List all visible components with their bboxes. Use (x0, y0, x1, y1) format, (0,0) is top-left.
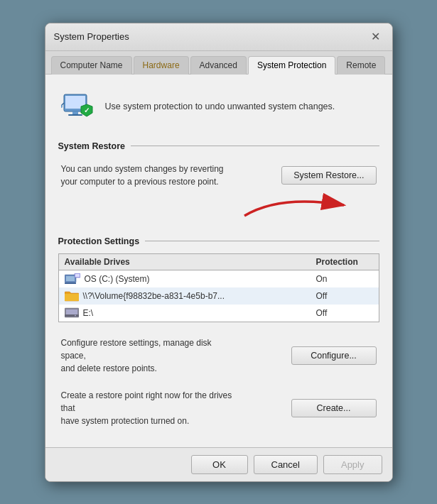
svg-rect-11 (65, 283, 76, 284)
svg-rect-15 (66, 309, 77, 314)
system-restore-title: System Restore (58, 141, 126, 151)
arrow-area (58, 198, 379, 226)
protection-settings-title: Protection Settings (58, 236, 140, 246)
create-button[interactable]: Create... (291, 399, 377, 417)
table-row[interactable]: \\?\Volume{f98832be-a831-4e5b-b7... Off (59, 287, 379, 305)
svg-text:✓: ✓ (84, 106, 90, 114)
protection-cell: Off (316, 308, 373, 318)
system-restore-button[interactable]: System Restore... (281, 166, 376, 185)
svg-point-7 (61, 105, 63, 108)
system-restore-section: System Restore You can undo system chang… (58, 141, 379, 226)
protection-settings-section: Protection Settings Available Drives Pro… (58, 236, 379, 322)
system-protection-icon: ✓ (61, 90, 95, 124)
tab-hardware[interactable]: Hardware (134, 56, 189, 75)
tab-computer-name[interactable]: Computer Name (51, 56, 132, 75)
drive-name-cell: OS (C:) (System) (65, 273, 316, 285)
protection-cell: On (316, 274, 373, 284)
protection-settings-header: Protection Settings (58, 236, 379, 246)
arrow-icon (237, 191, 365, 223)
section-divider (131, 146, 379, 146)
system-restore-header: System Restore (58, 141, 379, 151)
drives-table-header: Available Drives Protection (59, 254, 379, 270)
hdd-system-icon (65, 273, 80, 285)
tab-remote[interactable]: Remote (337, 56, 385, 75)
cancel-button[interactable]: Cancel (254, 455, 318, 474)
tabs-container: Computer Name Hardware Advanced System P… (45, 51, 392, 75)
restore-description: You can undo system changes by reverting… (61, 163, 224, 188)
tab-system-protection[interactable]: System Protection (248, 56, 335, 75)
ok-button[interactable]: OK (191, 455, 248, 474)
tab-advanced[interactable]: Advanced (190, 56, 247, 75)
configure-description: Configure restore settings, manage disk … (61, 336, 239, 375)
dialog-title: System Properties (54, 31, 129, 42)
svg-rect-10 (66, 276, 75, 281)
protection-cell: Off (316, 291, 373, 301)
svg-rect-13 (75, 274, 80, 277)
table-row[interactable]: E:\ Off (59, 305, 379, 322)
configure-row: Configure restore settings, manage disk … (58, 332, 379, 379)
drives-col-header: Available Drives (65, 257, 316, 267)
create-description: Create a restore point right now for the… (61, 389, 239, 427)
svg-point-17 (75, 314, 76, 316)
close-button[interactable]: ✕ (368, 29, 384, 45)
drive-name-cell: E:\ (65, 307, 316, 319)
restore-row: You can undo system changes by reverting… (58, 158, 379, 192)
info-banner: ✓ Use system protection to undo unwanted… (58, 84, 379, 130)
system-properties-dialog: System Properties ✕ Computer Name Hardwa… (45, 23, 393, 482)
drive-name-cell: \\?\Volume{f98832be-a831-4e5b-b7... (65, 290, 316, 302)
section-divider-2 (145, 241, 379, 241)
configure-button[interactable]: Configure... (291, 346, 377, 365)
folder-icon (65, 290, 79, 302)
svg-rect-2 (72, 111, 78, 114)
svg-rect-3 (68, 114, 82, 116)
table-row[interactable]: OS (C:) (System) On (59, 270, 379, 287)
drives-table: Available Drives Protection (58, 253, 379, 322)
protection-col-header: Protection (316, 257, 373, 267)
tab-content: ✓ Use system protection to undo unwanted… (45, 75, 392, 447)
create-row: Create a restore point right now for the… (58, 385, 379, 432)
info-banner-text: Use system protection to undo unwanted s… (105, 101, 335, 114)
dialog-footer: OK Cancel Apply (45, 447, 392, 481)
svg-rect-16 (65, 314, 79, 317)
title-bar: System Properties ✕ (45, 23, 392, 51)
hdd-basic-icon (65, 307, 79, 319)
apply-button[interactable]: Apply (323, 455, 382, 474)
